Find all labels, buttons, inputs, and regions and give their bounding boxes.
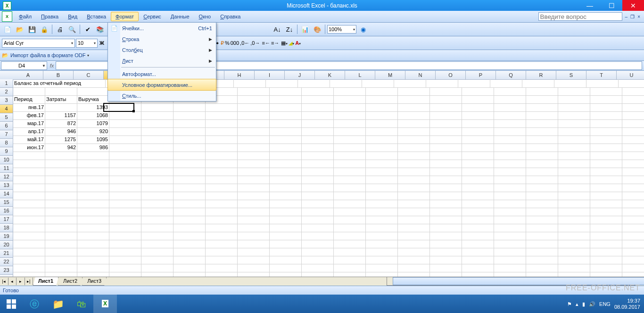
- cell-H20[interactable]: [238, 232, 270, 240]
- cell-O18[interactable]: [462, 216, 494, 224]
- cell-O10[interactable]: [462, 152, 494, 160]
- cell-I10[interactable]: [270, 152, 302, 160]
- cell-P3[interactable]: [494, 95, 526, 104]
- tray-volume-icon[interactable]: 🔊: [589, 301, 595, 307]
- cell-Q18[interactable]: [526, 216, 558, 224]
- cell-M4[interactable]: [398, 103, 430, 112]
- cell-N5[interactable]: [430, 111, 462, 120]
- cell-K12[interactable]: [334, 168, 366, 176]
- cell-C7[interactable]: 920: [77, 127, 109, 136]
- cell-B2[interactable]: [45, 87, 77, 96]
- cell-S24[interactable]: [590, 264, 622, 272]
- cell-P6[interactable]: [494, 119, 526, 128]
- cell-K9[interactable]: [334, 144, 366, 152]
- spreadsheet-grid[interactable]: ABCDEFGHIJKLMNOPQRSTU 123456789101112131…: [0, 71, 644, 277]
- cell-I1[interactable]: [266, 79, 298, 88]
- cell-G22[interactable]: [206, 248, 238, 256]
- cell-H9[interactable]: [238, 144, 270, 152]
- cell-R1[interactable]: [554, 79, 586, 88]
- cell-H10[interactable]: [238, 152, 270, 160]
- cell-L23[interactable]: [366, 256, 398, 264]
- cell-H7[interactable]: [238, 127, 270, 136]
- cell-D15[interactable]: [109, 192, 141, 200]
- cell-B19[interactable]: [45, 224, 77, 232]
- cell-O3[interactable]: [462, 95, 494, 104]
- cell-N21[interactable]: [430, 240, 462, 248]
- menu-формат[interactable]: Формат: [111, 12, 139, 21]
- cell-R17[interactable]: [558, 208, 590, 216]
- cell-I7[interactable]: [270, 127, 302, 136]
- name-box[interactable]: D4▼: [1, 61, 47, 70]
- cell-O25[interactable]: [462, 272, 494, 277]
- cell-N13[interactable]: [430, 176, 462, 184]
- cell-H8[interactable]: [238, 135, 270, 144]
- cell-I5[interactable]: [270, 111, 302, 120]
- sheet-nav-first[interactable]: |◂: [0, 278, 8, 285]
- cell-C18[interactable]: [77, 216, 109, 224]
- new-icon[interactable]: 📄: [2, 24, 13, 35]
- cell-S25[interactable]: [590, 272, 622, 277]
- cell-D10[interactable]: [109, 152, 141, 160]
- cell-D4[interactable]: [109, 103, 141, 112]
- menuitem-автоформат[interactable]: Автоформат...: [108, 68, 216, 79]
- cells[interactable]: Баланс за отчетный периодПериодЗатратыВы…: [13, 79, 644, 277]
- col-header-N[interactable]: N: [405, 71, 436, 80]
- cell-H14[interactable]: [238, 184, 270, 192]
- col-header-R[interactable]: R: [526, 71, 556, 80]
- cell-J15[interactable]: [302, 192, 334, 200]
- cell-C17[interactable]: [77, 208, 109, 216]
- cell-R15[interactable]: [558, 192, 590, 200]
- row-header-2[interactable]: 2: [0, 88, 13, 96]
- row-header-22[interactable]: 22: [0, 258, 13, 266]
- cell-E20[interactable]: [141, 232, 173, 240]
- cell-B11[interactable]: [45, 160, 77, 168]
- cell-J24[interactable]: [302, 264, 334, 272]
- cell-K22[interactable]: [334, 248, 366, 256]
- taskbar-excel-icon[interactable]: X: [93, 294, 117, 313]
- cell-Q9[interactable]: [526, 144, 558, 152]
- cell-L3[interactable]: [366, 95, 398, 104]
- cell-Q7[interactable]: [526, 127, 558, 136]
- cell-S20[interactable]: [590, 232, 622, 240]
- cell-C10[interactable]: [77, 152, 109, 160]
- cell-C13[interactable]: [77, 176, 109, 184]
- cell-C6[interactable]: 1079: [77, 119, 109, 128]
- cell-A1[interactable]: Баланс за отчетный период: [13, 79, 106, 88]
- cell-R4[interactable]: [558, 103, 590, 112]
- cell-B4[interactable]: [45, 103, 77, 112]
- cell-C16[interactable]: [77, 200, 109, 208]
- cell-O21[interactable]: [462, 240, 494, 248]
- cell-I21[interactable]: [270, 240, 302, 248]
- close-button[interactable]: ✕: [622, 0, 644, 11]
- cell-O8[interactable]: [462, 135, 494, 144]
- cell-O5[interactable]: [462, 111, 494, 120]
- cell-E14[interactable]: [141, 184, 173, 192]
- menuitem-стиль[interactable]: Стиль...: [108, 90, 216, 101]
- cell-M21[interactable]: [398, 240, 430, 248]
- cell-J14[interactable]: [302, 184, 334, 192]
- cell-S16[interactable]: [590, 200, 622, 208]
- cell-B20[interactable]: [45, 232, 77, 240]
- cell-B10[interactable]: [45, 152, 77, 160]
- cell-E13[interactable]: [141, 176, 173, 184]
- cell-P4[interactable]: [494, 103, 526, 112]
- cell-M2[interactable]: [398, 87, 430, 96]
- cell-E5[interactable]: [141, 111, 173, 120]
- cell-N8[interactable]: [430, 135, 462, 144]
- cell-E15[interactable]: [141, 192, 173, 200]
- cell-G7[interactable]: [206, 127, 238, 136]
- cell-R7[interactable]: [558, 127, 590, 136]
- cell-B7[interactable]: 946: [45, 127, 77, 136]
- cell-Q21[interactable]: [526, 240, 558, 248]
- cell-A19[interactable]: [13, 224, 45, 232]
- cell-N6[interactable]: [430, 119, 462, 128]
- cell-P16[interactable]: [494, 200, 526, 208]
- cell-R18[interactable]: [558, 216, 590, 224]
- minimize-button[interactable]: —: [579, 0, 601, 11]
- cell-R12[interactable]: [558, 168, 590, 176]
- cell-F18[interactable]: [173, 216, 206, 224]
- cell-T5[interactable]: [622, 111, 644, 120]
- cell-G25[interactable]: [206, 272, 238, 277]
- open-icon[interactable]: 📂: [14, 24, 25, 35]
- cell-K25[interactable]: [334, 272, 366, 277]
